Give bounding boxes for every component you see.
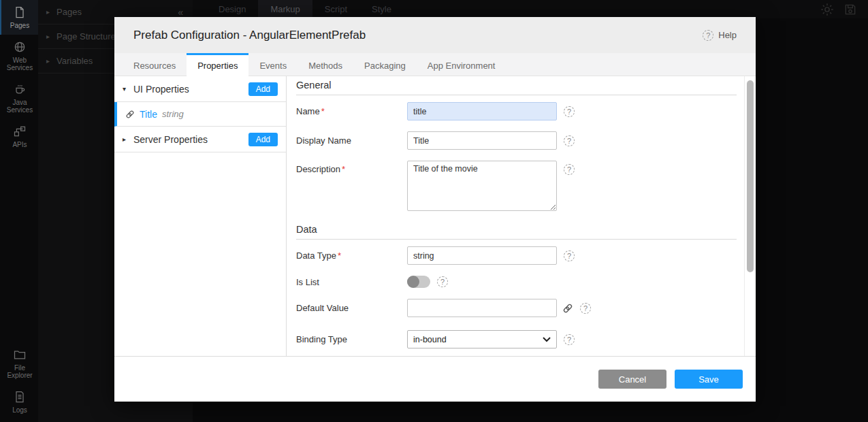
default-value-input[interactable]	[407, 299, 557, 317]
display-name-input[interactable]	[407, 131, 557, 150]
caret-right-icon: ▸	[46, 33, 50, 40]
default-value-label: Default Value	[296, 303, 407, 313]
description-field-row: Description* Title of the movie ?	[296, 161, 737, 211]
tab-methods[interactable]: Methods	[298, 53, 353, 76]
tab-events[interactable]: Events	[248, 53, 298, 76]
log-file-icon	[13, 390, 27, 404]
rail-item-java-services[interactable]: Java Services	[0, 77, 38, 119]
data-type-help-icon[interactable]: ?	[564, 250, 575, 261]
description-label: Description*	[296, 161, 407, 174]
dialog-title: Prefab Configuration - AngularElementPre…	[133, 29, 366, 42]
rail-item-label: Pages	[10, 22, 29, 29]
rail-item-apis[interactable]: APIs	[0, 119, 38, 154]
add-ui-property-button[interactable]: Add	[248, 82, 278, 96]
is-list-field-row: Is List ?	[296, 276, 737, 288]
app-window: Pages Web Services Java Services APIs Fi…	[0, 0, 868, 422]
tab-packaging[interactable]: Packaging	[353, 53, 417, 76]
group-label: UI Properties	[133, 84, 189, 95]
default-value-field-row: Default Value ?	[296, 299, 737, 317]
caret-right-icon: ▸	[46, 57, 50, 65]
scrollbar-thumb[interactable]	[747, 80, 754, 272]
description-textarea[interactable]: Title of the movie	[407, 161, 557, 211]
rail-item-logs[interactable]: Logs	[0, 385, 38, 419]
binding-type-value: in-bound	[413, 335, 447, 344]
group-label: Server Properties	[133, 134, 208, 145]
name-help-icon[interactable]: ?	[564, 106, 575, 117]
ui-properties-group[interactable]: ▾ UI Properties Add	[114, 76, 286, 102]
rail-spacer	[0, 154, 38, 342]
property-form: General Name* ? Display Name ? Descripti…	[287, 76, 756, 356]
display-name-field-row: Display Name ?	[296, 131, 737, 150]
topbar-tab-script[interactable]: Script	[312, 0, 359, 18]
caret-right-icon: ▸	[46, 8, 50, 16]
tree-item-label: Variables	[57, 56, 93, 66]
data-type-field-row: Data Type* ?	[296, 246, 737, 265]
property-name: Title	[140, 109, 157, 120]
gear-icon[interactable]	[820, 2, 835, 17]
rail-item-file-explorer[interactable]: File Explorer	[0, 342, 38, 385]
name-input[interactable]	[407, 102, 557, 120]
left-icon-rail: Pages Web Services Java Services APIs Fi…	[0, 0, 38, 422]
dialog-header: Prefab Configuration - AngularElementPre…	[114, 17, 756, 53]
bind-link-icon[interactable]	[562, 303, 573, 314]
properties-list-panel: ▾ UI Properties Add Title string ▸ Serve…	[114, 76, 287, 356]
binding-type-field-row: Binding Type in-bound ?	[296, 330, 737, 348]
property-type: string	[162, 109, 184, 119]
display-name-help-icon[interactable]: ?	[564, 135, 575, 146]
rail-item-label: File Explorer	[3, 364, 37, 379]
topbar-tab-design[interactable]: Design	[206, 0, 258, 18]
binding-type-help-icon[interactable]: ?	[564, 334, 575, 345]
add-server-property-button[interactable]: Add	[248, 133, 278, 146]
save-button[interactable]: Save	[675, 370, 743, 389]
scrollbar-track[interactable]	[744, 76, 756, 356]
default-value-help-icon[interactable]: ?	[580, 303, 591, 314]
name-field-row: Name* ?	[296, 102, 737, 120]
server-properties-group[interactable]: ▸ Server Properties Add	[114, 127, 286, 152]
save-floppy-icon[interactable]	[843, 3, 857, 16]
binding-type-select[interactable]: in-bound	[407, 330, 557, 348]
collapse-panel-icon[interactable]: «	[178, 7, 184, 18]
question-circle-icon: ?	[703, 30, 713, 41]
cancel-button[interactable]: Cancel	[598, 370, 666, 389]
rail-item-label: Web Services	[3, 56, 37, 71]
binding-type-label: Binding Type	[296, 334, 407, 344]
tab-resources[interactable]: Resources	[123, 53, 187, 76]
caret-down-icon: ▾	[123, 85, 133, 93]
topbar-actions	[820, 2, 868, 17]
rail-item-pages[interactable]: Pages	[0, 0, 38, 35]
page-icon	[13, 5, 27, 19]
topbar-tab-style[interactable]: Style	[359, 0, 404, 18]
dialog-footer: Cancel Save	[114, 356, 756, 402]
prefab-configuration-dialog: Prefab Configuration - AngularElementPre…	[114, 17, 756, 402]
globe-icon	[13, 40, 27, 54]
general-section-heading: General	[296, 80, 737, 95]
tree-item-label: Pages	[57, 7, 82, 17]
name-label: Name*	[296, 106, 407, 116]
coffee-cup-icon	[13, 82, 27, 96]
is-list-help-icon[interactable]: ?	[437, 276, 448, 287]
data-type-input[interactable]	[407, 246, 557, 265]
required-marker: *	[338, 250, 341, 261]
property-item-title[interactable]: Title string	[114, 102, 286, 127]
help-label: Help	[718, 30, 737, 40]
is-list-label: Is List	[296, 277, 407, 287]
is-list-toggle[interactable]	[407, 276, 430, 288]
rail-item-label: Logs	[12, 406, 27, 414]
rail-item-label: APIs	[12, 141, 27, 148]
api-nodes-icon	[13, 125, 27, 138]
help-button[interactable]: ? Help	[703, 30, 737, 41]
rail-item-label: Java Services	[3, 99, 37, 114]
topbar-tab-markup[interactable]: Markup	[258, 0, 312, 18]
dialog-tab-bar: Resources Properties Events Methods Pack…	[114, 53, 756, 76]
description-help-icon[interactable]: ?	[564, 164, 575, 175]
tab-app-environment[interactable]: App Environment	[417, 53, 507, 76]
caret-right-icon: ▸	[123, 135, 133, 143]
rail-item-web-services[interactable]: Web Services	[0, 35, 38, 77]
tab-properties[interactable]: Properties	[187, 53, 248, 77]
data-type-label: Data Type*	[296, 250, 407, 261]
tree-item-label: Page Structure	[57, 31, 116, 42]
required-marker: *	[321, 106, 325, 116]
display-name-label: Display Name	[296, 135, 407, 146]
data-section-heading: Data	[296, 224, 737, 240]
required-marker: *	[342, 164, 345, 174]
